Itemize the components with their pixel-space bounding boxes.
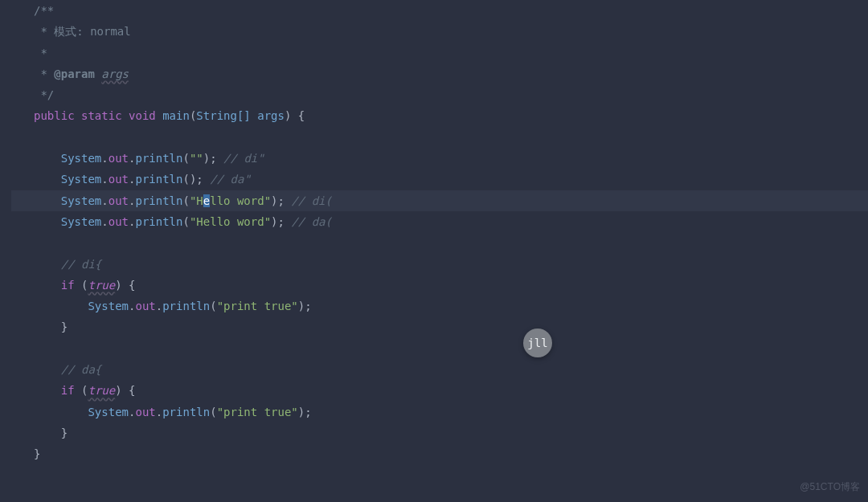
code-line: * @param args bbox=[11, 63, 868, 84]
code-line: */ bbox=[11, 84, 868, 105]
ident: System bbox=[61, 194, 102, 207]
code-line bbox=[11, 127, 868, 148]
code-line: System.out.println(""); // di" bbox=[11, 148, 868, 169]
code-line bbox=[11, 232, 868, 253]
field: out bbox=[108, 194, 129, 207]
code-line: if (true) { bbox=[11, 275, 868, 296]
code-line: System.out.println("Hello word"); // da( bbox=[11, 211, 868, 232]
doc-star: * bbox=[34, 25, 47, 38]
code-line: * 模式: normal bbox=[11, 21, 868, 42]
gutter bbox=[0, 0, 11, 502]
method: println bbox=[135, 215, 182, 228]
comment: // da( bbox=[291, 215, 332, 228]
kw: void bbox=[129, 109, 156, 122]
code-line: // da{ bbox=[11, 359, 868, 380]
doc-open: /** bbox=[34, 4, 54, 17]
doc-tag: @param bbox=[54, 67, 95, 80]
type: String[] bbox=[196, 109, 250, 122]
method: println bbox=[162, 406, 210, 418]
code-line: } bbox=[11, 316, 868, 337]
string: "Hello word" bbox=[190, 215, 271, 228]
kw: if bbox=[61, 279, 75, 292]
field: out bbox=[108, 215, 129, 228]
field: out bbox=[135, 300, 155, 312]
comment: // di( bbox=[291, 194, 332, 207]
code-line: // di{ bbox=[11, 254, 868, 275]
var: args bbox=[257, 109, 285, 122]
code-line: System.out.println(); // da" bbox=[11, 169, 868, 190]
punct: } bbox=[61, 320, 68, 333]
doc-close: */ bbox=[34, 88, 54, 101]
comment: // da" bbox=[210, 173, 251, 186]
string: "print true" bbox=[217, 300, 298, 312]
watermark: @51CTO博客 bbox=[800, 476, 860, 497]
keycap-text: jll bbox=[527, 333, 547, 353]
punct: } bbox=[34, 447, 40, 460]
doc-star: * bbox=[34, 67, 47, 80]
code-line: public static void main(String[] args) { bbox=[11, 105, 868, 126]
code-editor[interactable]: /** * 模式: normal * * @param args */ publ… bbox=[11, 0, 868, 502]
ident: System bbox=[88, 300, 129, 312]
doc-text: normal bbox=[90, 25, 131, 38]
keycap-overlay: jll bbox=[523, 329, 552, 357]
string: llo word" bbox=[210, 194, 271, 207]
comment: // di" bbox=[223, 152, 264, 165]
method: println bbox=[135, 194, 182, 207]
method: println bbox=[135, 152, 182, 165]
comment: // da{ bbox=[61, 363, 102, 376]
method: println bbox=[135, 173, 182, 186]
kw: static bbox=[81, 109, 122, 122]
fn-name: main bbox=[162, 109, 190, 122]
kw: if bbox=[61, 384, 75, 397]
code-line-current: System.out.println("Hello word"); // di( bbox=[11, 190, 868, 211]
code-line bbox=[11, 338, 868, 359]
cursor: e bbox=[203, 194, 210, 207]
ident: System bbox=[61, 152, 102, 165]
bool: true bbox=[88, 384, 115, 397]
field: out bbox=[108, 152, 129, 165]
field: out bbox=[108, 173, 129, 186]
code-line: /** bbox=[11, 0, 868, 21]
comment: // di{ bbox=[61, 258, 102, 271]
punct: } bbox=[61, 426, 68, 439]
string: "print true" bbox=[217, 406, 298, 418]
field: out bbox=[135, 406, 155, 418]
string: "H bbox=[190, 194, 203, 207]
method: println bbox=[162, 300, 210, 312]
bool: true bbox=[88, 279, 115, 292]
kw: public bbox=[34, 109, 75, 122]
ident: System bbox=[88, 406, 129, 418]
code-line: System.out.println("print true"); bbox=[11, 402, 868, 422]
string: "" bbox=[190, 152, 203, 165]
punct: { bbox=[298, 109, 305, 122]
ident: System bbox=[61, 215, 102, 228]
doc-text: 模式: bbox=[47, 25, 90, 38]
code-line: } bbox=[11, 443, 868, 464]
ident: System bbox=[61, 173, 102, 186]
code-line: if (true) { bbox=[11, 380, 868, 401]
doc-param: args bbox=[101, 67, 129, 80]
code-line: * bbox=[11, 43, 868, 63]
code-line: System.out.println("print true"); bbox=[11, 296, 868, 316]
code-line: } bbox=[11, 422, 868, 443]
doc-star: * bbox=[34, 47, 47, 59]
